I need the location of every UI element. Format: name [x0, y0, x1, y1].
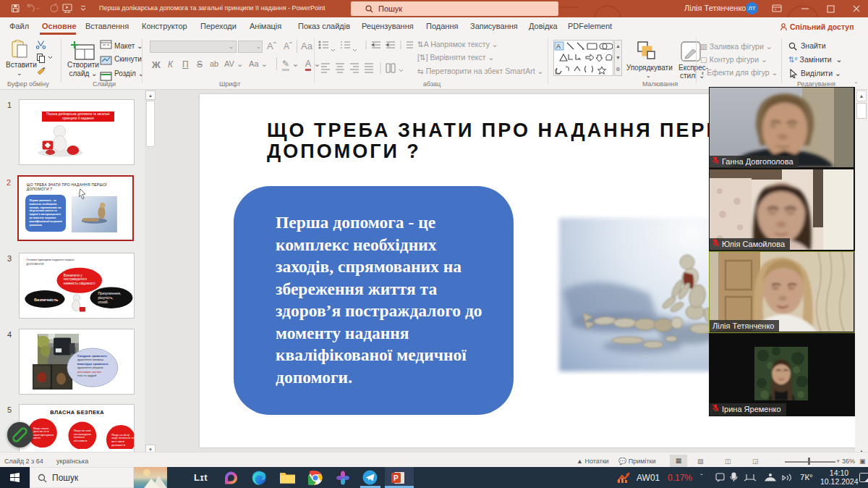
- svg-text:або інших частин: або інших частин: [77, 370, 101, 374]
- svg-text:наявність свідомості: наявність свідомості: [64, 281, 95, 285]
- svg-text:постраждали,: постраждали,: [74, 432, 92, 435]
- svg-text:P: P: [393, 474, 399, 482]
- svg-text:Якщо на місці: Якщо на місці: [111, 433, 129, 436]
- svg-text:постраждалого: постраждалого: [64, 277, 88, 281]
- svg-text:Якщо своєю: Якщо своєю: [33, 426, 48, 429]
- svg-text:Призупинення,: Призупинення,: [98, 292, 122, 295]
- svg-text:внаслідок тривалого: внаслідок тривалого: [77, 362, 109, 366]
- svg-text:Визначити у: Визначити у: [64, 273, 83, 277]
- svg-text:змозі врятувати: змозі врятувати: [33, 433, 53, 436]
- svg-text:події безпечно та: події безпечно та: [111, 437, 135, 439]
- svg-text:Синдром тривалого: Синдром тривалого: [77, 354, 107, 358]
- svg-text:допомогти: допомогти: [111, 443, 125, 446]
- svg-text:тіла та грудей: тіла та грудей: [77, 374, 97, 377]
- svg-text:A: A: [556, 43, 561, 50]
- svg-text:спокій.: спокій.: [98, 299, 109, 303]
- svg-text:життя: життя: [33, 437, 40, 439]
- svg-text:рішучість,: рішучість,: [98, 296, 114, 300]
- svg-text:обставини: обставини: [74, 439, 88, 442]
- svg-text:дією ви не в: дією ви не в: [33, 430, 48, 433]
- svg-text:здавлення виникає: здавлення виникає: [77, 358, 104, 361]
- svg-text:безпечні: безпечні: [74, 436, 85, 439]
- svg-text:ви в змозі: ви в змозі: [111, 440, 124, 443]
- svg-text:Безпечність: Безпечність: [34, 297, 59, 301]
- svg-text:Якщо ви самі: Якщо ви самі: [74, 429, 91, 432]
- svg-text:здавлення кінцівок: здавлення кінцівок: [77, 366, 103, 369]
